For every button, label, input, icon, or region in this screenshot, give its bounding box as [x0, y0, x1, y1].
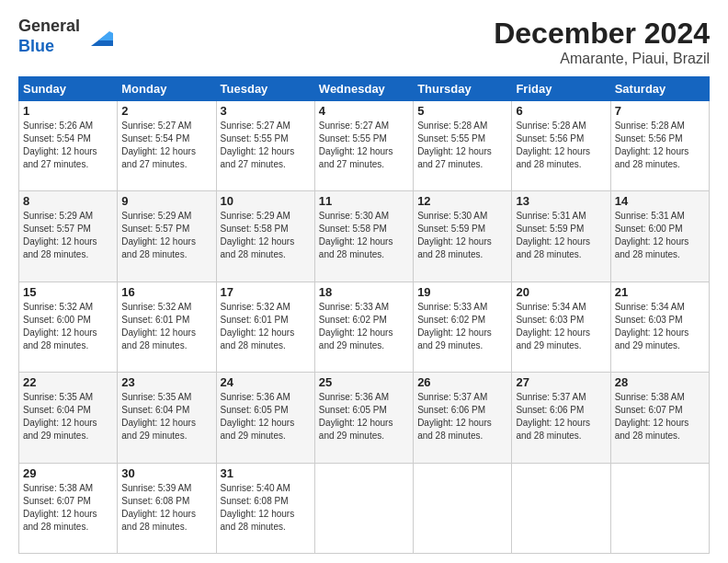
day-cell-8: 8 Sunrise: 5:29 AMSunset: 5:57 PMDayligh… [19, 191, 118, 282]
col-sunday: Sunday [19, 77, 118, 101]
col-thursday: Thursday [414, 77, 512, 101]
col-friday: Friday [512, 77, 610, 101]
day-cell-15: 15 Sunrise: 5:32 AMSunset: 6:00 PMDaylig… [19, 282, 118, 372]
day-cell-empty-2 [414, 463, 512, 553]
day-cell-11: 11 Sunrise: 5:30 AMSunset: 5:58 PMDaylig… [314, 191, 413, 282]
week-row-2: 8 Sunrise: 5:29 AMSunset: 5:57 PMDayligh… [19, 191, 710, 282]
week-row-4: 22 Sunrise: 5:35 AMSunset: 6:04 PMDaylig… [19, 373, 710, 463]
day-cell-10: 10 Sunrise: 5:29 AMSunset: 5:58 PMDaylig… [216, 191, 314, 282]
day-cell-26: 26 Sunrise: 5:37 AMSunset: 6:06 PMDaylig… [414, 373, 512, 463]
day-cell-30: 30 Sunrise: 5:39 AMSunset: 6:08 PMDaylig… [118, 463, 216, 553]
logo-icon [84, 20, 113, 50]
day-cell-23: 23 Sunrise: 5:35 AMSunset: 6:04 PMDaylig… [118, 373, 216, 463]
day-cell-7: 7 Sunrise: 5:28 AMSunset: 5:56 PMDayligh… [610, 101, 709, 191]
header: General Blue December 2024 Amarante, Pia… [18, 17, 710, 67]
day-cell-6: 6 Sunrise: 5:28 AMSunset: 5:56 PMDayligh… [512, 101, 610, 191]
day-cell-17: 17 Sunrise: 5:32 AMSunset: 6:01 PMDaylig… [216, 282, 314, 372]
day-cell-24: 24 Sunrise: 5:36 AMSunset: 6:05 PMDaylig… [216, 373, 314, 463]
week-row-1: 1 Sunrise: 5:26 AMSunset: 5:54 PMDayligh… [19, 101, 710, 191]
day-cell-19: 19 Sunrise: 5:33 AMSunset: 6:02 PMDaylig… [414, 282, 512, 372]
day-cell-empty-1 [314, 463, 413, 553]
day-cell-21: 21 Sunrise: 5:34 AMSunset: 6:03 PMDaylig… [610, 282, 709, 372]
day-cell-31: 31 Sunrise: 5:40 AMSunset: 6:08 PMDaylig… [216, 463, 314, 553]
day-cell-13: 13 Sunrise: 5:31 AMSunset: 5:59 PMDaylig… [512, 191, 610, 282]
month-year: December 2024 [494, 17, 710, 51]
col-wednesday: Wednesday [314, 77, 413, 101]
calendar-header-row: Sunday Monday Tuesday Wednesday Thursday… [19, 77, 710, 101]
day-cell-25: 25 Sunrise: 5:36 AMSunset: 6:05 PMDaylig… [314, 373, 413, 463]
col-saturday: Saturday [610, 77, 709, 101]
logo-text: General Blue [18, 17, 80, 56]
week-row-5: 29 Sunrise: 5:38 AMSunset: 6:07 PMDaylig… [19, 463, 710, 553]
day-cell-14: 14 Sunrise: 5:31 AMSunset: 6:00 PMDaylig… [610, 191, 709, 282]
location: Amarante, Piaui, Brazil [494, 51, 710, 67]
day-cell-29: 29 Sunrise: 5:38 AMSunset: 6:07 PMDaylig… [19, 463, 118, 553]
page: General Blue December 2024 Amarante, Pia… [0, 0, 728, 563]
svg-marker-1 [98, 31, 113, 40]
day-cell-empty-4 [610, 463, 709, 553]
day-cell-27: 27 Sunrise: 5:37 AMSunset: 6:06 PMDaylig… [512, 373, 610, 463]
title-section: December 2024 Amarante, Piaui, Brazil [494, 17, 710, 67]
day-cell-18: 18 Sunrise: 5:33 AMSunset: 6:02 PMDaylig… [314, 282, 413, 372]
day-cell-4: 4 Sunrise: 5:27 AMSunset: 5:55 PMDayligh… [314, 101, 413, 191]
day-cell-empty-3 [512, 463, 610, 553]
calendar-table: Sunday Monday Tuesday Wednesday Thursday… [18, 76, 710, 554]
day-cell-5: 5 Sunrise: 5:28 AMSunset: 5:55 PMDayligh… [414, 101, 512, 191]
week-row-3: 15 Sunrise: 5:32 AMSunset: 6:00 PMDaylig… [19, 282, 710, 372]
day-cell-9: 9 Sunrise: 5:29 AMSunset: 5:57 PMDayligh… [118, 191, 216, 282]
day-cell-12: 12 Sunrise: 5:30 AMSunset: 5:59 PMDaylig… [414, 191, 512, 282]
day-cell-16: 16 Sunrise: 5:32 AMSunset: 6:01 PMDaylig… [118, 282, 216, 372]
col-tuesday: Tuesday [216, 77, 314, 101]
day-cell-20: 20 Sunrise: 5:34 AMSunset: 6:03 PMDaylig… [512, 282, 610, 372]
day-cell-28: 28 Sunrise: 5:38 AMSunset: 6:07 PMDaylig… [610, 373, 709, 463]
logo: General Blue [18, 17, 113, 56]
day-cell-22: 22 Sunrise: 5:35 AMSunset: 6:04 PMDaylig… [19, 373, 118, 463]
day-cell-1: 1 Sunrise: 5:26 AMSunset: 5:54 PMDayligh… [19, 101, 118, 191]
col-monday: Monday [118, 77, 216, 101]
day-cell-2: 2 Sunrise: 5:27 AMSunset: 5:54 PMDayligh… [118, 101, 216, 191]
day-cell-3: 3 Sunrise: 5:27 AMSunset: 5:55 PMDayligh… [216, 101, 314, 191]
